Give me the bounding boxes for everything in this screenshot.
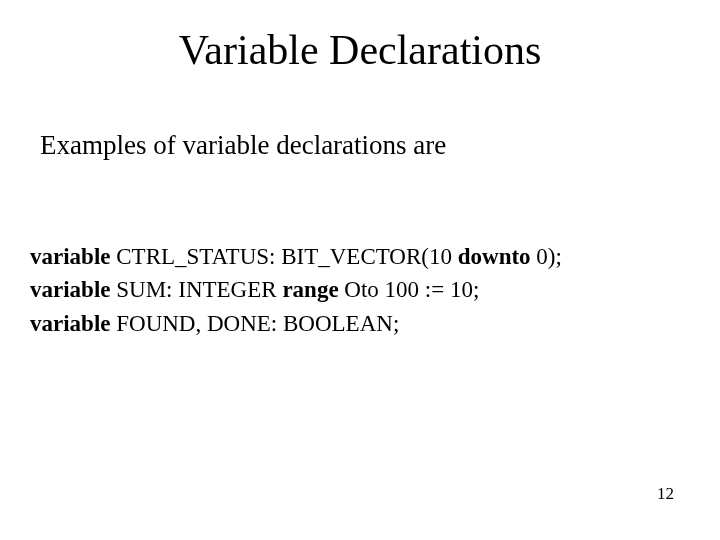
keyword-variable: variable xyxy=(30,244,111,269)
keyword-variable: variable xyxy=(30,277,111,302)
code-line-1: variable CTRL_STATUS: BIT_VECTOR(10 down… xyxy=(30,240,562,273)
code-text: 0); xyxy=(531,244,562,269)
slide: Variable Declarations Examples of variab… xyxy=(0,0,720,540)
code-line-2: variable SUM: INTEGER range Oto 100 := 1… xyxy=(30,273,562,306)
page-number: 12 xyxy=(657,484,674,504)
code-text: CTRL_STATUS: BIT_VECTOR(10 xyxy=(111,244,458,269)
slide-title: Variable Declarations xyxy=(0,26,720,74)
code-text: Oto 100 := 10; xyxy=(339,277,480,302)
keyword-variable: variable xyxy=(30,311,111,336)
code-text: FOUND, DONE: BOOLEAN; xyxy=(111,311,400,336)
keyword-downto: downto xyxy=(458,244,531,269)
code-text: SUM: INTEGER xyxy=(111,277,283,302)
code-block: variable CTRL_STATUS: BIT_VECTOR(10 down… xyxy=(30,240,562,340)
keyword-range: range xyxy=(282,277,338,302)
code-line-3: variable FOUND, DONE: BOOLEAN; xyxy=(30,307,562,340)
slide-subtitle: Examples of variable declarations are xyxy=(40,130,446,161)
